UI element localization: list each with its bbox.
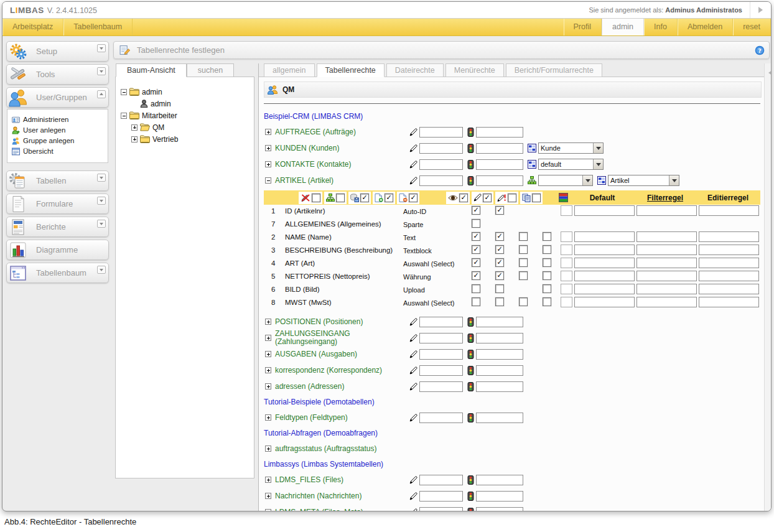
help-icon[interactable]: ? [755,45,765,55]
collapse-toggle[interactable] [121,89,127,95]
sidebar-item-übersicht[interactable]: Übersicht [12,146,105,157]
sidebar-button-user-gruppen[interactable]: User/Gruppen [6,87,109,108]
checkbox[interactable]: ✓ [472,206,480,215]
menu-item-abmelden[interactable]: Abmelden [678,19,733,35]
tree-tab-baum-ansicht[interactable]: Baum-Ansicht [116,63,187,77]
sidebar-button-tools[interactable]: Tools [6,64,109,85]
menu-item-arbeitsplatz[interactable]: Arbeitsplatz [2,19,63,35]
expand-toggle[interactable] [265,383,271,390]
sidebar-button-tabellenbaum[interactable]: Tabellenbaum [6,263,109,283]
filterregel-input[interactable] [636,271,697,281]
checkbox[interactable]: ✓ [495,284,504,293]
dropdown-arrow-icon[interactable] [582,175,592,185]
tree-node-admin[interactable]: admin [118,86,251,98]
field-color-box[interactable] [561,231,572,242]
status-rule-input[interactable] [476,507,523,512]
field-color-box[interactable] [561,245,572,255]
editierregel-input[interactable] [699,245,759,255]
filterregel-input[interactable] [636,297,697,307]
status-rule-input[interactable] [476,159,523,170]
tab-bericht-formularrechte[interactable]: Bericht/Formularrechte [506,63,602,77]
sidebar-item-user-anlegen[interactable]: User anlegen [12,125,105,136]
expand-toggle[interactable] [265,145,271,151]
default-input[interactable] [574,245,635,255]
write-rule-input[interactable] [419,491,463,502]
write-rule-input[interactable] [419,143,463,154]
checkbox[interactable]: ✓ [472,232,480,241]
checkbox[interactable]: ✓ [495,206,504,215]
filterregel-input[interactable] [636,284,697,294]
field-color-box[interactable] [561,284,572,294]
sidebar-button-tabellen[interactable]: Tabellen [6,170,109,191]
checkbox[interactable]: ✓ [543,245,551,254]
chevron-down-icon[interactable] [97,220,106,228]
checkbox[interactable]: ✓ [495,258,504,267]
expand-toggle[interactable] [265,335,271,341]
field-color-box[interactable] [561,297,572,307]
default-input[interactable] [574,284,635,294]
checkbox[interactable]: ✓ [459,194,468,202]
sidebar-button-berichte[interactable]: Berichte [6,217,109,237]
dropdown-select[interactable]: Kunde [538,142,604,154]
checkbox[interactable]: ✓ [472,245,480,254]
checkbox[interactable]: ✓ [543,258,551,267]
expand-toggle[interactable] [265,493,271,499]
checkbox[interactable]: ✓ [543,284,551,293]
checkbox[interactable]: ✓ [312,194,320,202]
sidebar-item-gruppe-anlegen[interactable]: Gruppe anlegen [12,136,105,146]
write-rule-input[interactable] [419,127,463,138]
checkbox[interactable]: ✓ [532,194,541,202]
checkbox[interactable]: ✓ [495,297,504,306]
checkbox[interactable]: ✓ [385,194,393,202]
table-link[interactable]: LDMS_FILES (Files) [275,476,343,484]
write-rule-input[interactable] [419,175,463,186]
table-link[interactable]: AUFTRAEGE (Aufträge) [275,128,356,136]
expand-toggle[interactable] [265,477,271,483]
expand-toggle[interactable] [265,509,271,511]
expand-toggle[interactable] [265,414,271,421]
chevron-down-icon[interactable] [97,174,106,182]
status-rule-input[interactable] [476,175,523,186]
checkbox[interactable]: ✓ [519,232,528,241]
field-color-box[interactable] [561,271,572,281]
checkbox[interactable]: ✓ [472,258,480,267]
field-color-box[interactable] [561,205,572,216]
table-link[interactable]: Feldtypen (Feldtypen) [275,414,348,422]
dropdown-arrow-icon[interactable] [593,159,603,169]
write-rule-input[interactable] [419,381,463,392]
write-rule-input[interactable] [419,475,463,485]
write-rule-input[interactable] [419,317,463,327]
expand-toggle[interactable] [131,136,138,142]
checkbox[interactable]: ✓ [472,284,480,293]
menu-item-info[interactable]: Info [644,19,678,35]
default-input[interactable] [574,271,635,281]
editierregel-input[interactable] [699,297,759,307]
write-rule-input[interactable] [419,349,463,360]
table-link[interactable]: POSITIONEN (Positionen) [275,318,363,326]
editierregel-input[interactable] [699,258,759,268]
write-rule-input[interactable] [419,507,463,512]
editierregel-input[interactable] [699,205,759,216]
table-link[interactable]: KONTAKTE (Kontakte) [275,161,351,169]
write-rule-input[interactable] [419,333,463,343]
checkbox[interactable]: ✓ [360,194,369,202]
tree-tab-suchen[interactable]: suchen [187,63,234,77]
chevron-down-icon[interactable] [97,197,106,205]
checkbox[interactable]: ✓ [472,271,480,280]
sidebar-item-administrieren[interactable]: Administrieren [12,114,105,125]
collapse-toggle[interactable] [121,113,127,119]
write-rule-input[interactable] [419,413,463,423]
status-rule-input[interactable] [476,349,523,360]
tab-menürechte[interactable]: Menürechte [445,63,504,77]
chevron-down-icon[interactable] [97,266,106,274]
filterregel-input[interactable] [636,245,697,255]
expand-toggle[interactable] [265,161,271,167]
default-input[interactable] [574,297,635,307]
default-input[interactable] [574,231,635,242]
tab-dateirechte[interactable]: Dateirechte [386,63,444,77]
filterregel-input[interactable] [636,231,697,242]
checkbox[interactable]: ✓ [508,194,516,202]
dropdown-select[interactable]: Artikel [608,175,679,186]
user-menu-arrow[interactable] [750,2,771,18]
tab-allgemein[interactable]: allgemein [264,63,315,77]
